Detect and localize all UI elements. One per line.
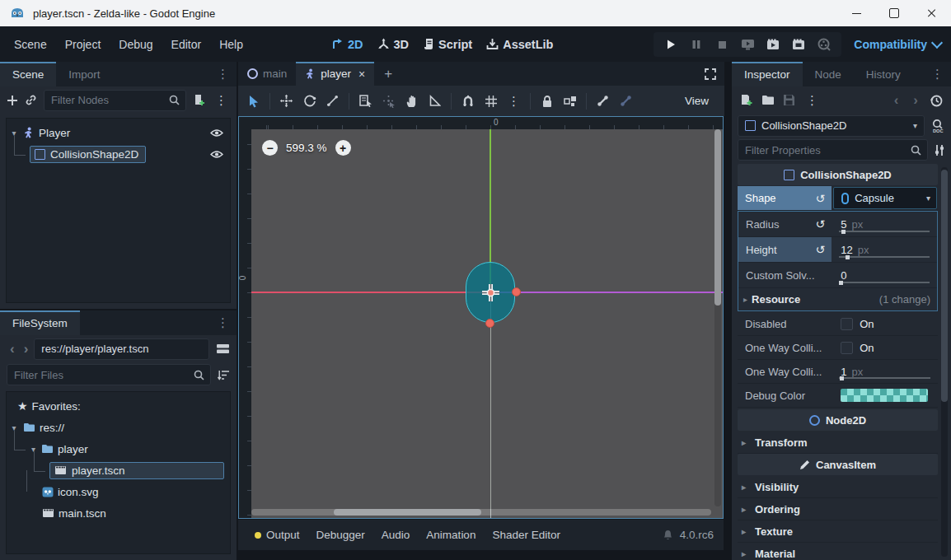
shape-value-dropdown[interactable]: Capsule ▾ — [833, 187, 937, 209]
rotate-tool-button[interactable] — [298, 91, 321, 112]
new-resource-button[interactable] — [740, 94, 753, 106]
move-tool-button[interactable] — [275, 91, 297, 112]
inspector-scrollbar[interactable] — [941, 167, 948, 557]
play-button[interactable] — [663, 37, 678, 52]
zoom-out-button[interactable]: − — [262, 140, 278, 156]
selected-file-box[interactable]: player.tscn — [49, 462, 224, 479]
horizontal-scrollbar[interactable] — [251, 509, 711, 516]
panel-shader-editor[interactable]: Shader Editor — [484, 529, 569, 541]
skeleton-options-menu[interactable] — [615, 91, 637, 112]
fs-row-main-tscn[interactable]: main.tscn — [9, 502, 227, 524]
group-texture[interactable]: ▸ Texture — [738, 520, 938, 543]
one-way-margin-field[interactable]: 1px — [832, 360, 938, 383]
list-select-button[interactable] — [354, 91, 377, 112]
property-tools-icon[interactable] — [934, 144, 945, 156]
property-debug-color[interactable]: Debug Color — [738, 384, 938, 408]
open-docs-button[interactable]: DOC — [930, 119, 945, 133]
stop-button[interactable] — [714, 37, 729, 52]
property-one-way-collision[interactable]: One Way Colli... On — [738, 336, 938, 360]
scene-tab-main[interactable]: main — [238, 62, 296, 86]
property-shape[interactable]: Shape↺ Capsule ▾ — [738, 186, 938, 211]
tab-script[interactable]: Script — [419, 35, 476, 54]
pivot-tool-button[interactable] — [377, 91, 400, 112]
sort-files-icon[interactable] — [218, 370, 230, 380]
filter-nodes-search[interactable] — [44, 90, 186, 111]
pause-button[interactable] — [689, 37, 704, 52]
dock-menu-icon[interactable]: ⋮ — [924, 62, 951, 86]
property-disabled[interactable]: Disabled On — [738, 312, 938, 336]
horizontal-scrollbar-thumb[interactable] — [334, 509, 481, 516]
ruler-tool-button[interactable] — [424, 91, 446, 112]
slider-grabber[interactable] — [839, 281, 843, 285]
nav-back-icon[interactable]: ‹ — [7, 341, 18, 357]
canvas[interactable]: − 599.3 % + — [251, 129, 723, 518]
load-resource-button[interactable] — [761, 95, 775, 105]
history-forward-icon[interactable]: › — [910, 92, 921, 109]
group-transform[interactable]: ▸ Transform — [738, 432, 938, 454]
slider-track[interactable] — [839, 256, 930, 258]
menu-help[interactable]: Help — [210, 34, 252, 55]
slider-track[interactable] — [839, 231, 930, 232]
fs-row-favorites[interactable]: ★ Favorites: — [9, 395, 227, 417]
property-height[interactable]: Height↺ 12px — [738, 237, 937, 263]
fs-row-player-tscn[interactable]: player.tscn — [9, 460, 227, 481]
play-remote-button[interactable] — [740, 37, 755, 52]
tab-import[interactable]: Import — [56, 62, 112, 86]
history-list-icon[interactable] — [930, 94, 943, 107]
save-resource-button[interactable] — [783, 94, 795, 106]
slider-track[interactable] — [839, 377, 930, 379]
debug-color-swatch[interactable] — [841, 389, 928, 402]
revert-icon[interactable]: ↺ — [816, 243, 832, 256]
custom-solver-field[interactable]: 0 — [832, 263, 937, 287]
revert-icon[interactable]: ↺ — [816, 217, 832, 231]
group-visibility[interactable]: ▸ Visibility — [738, 476, 938, 498]
2d-viewport[interactable]: 0 0 − 599.3 % + — [238, 116, 724, 519]
filter-files-search[interactable] — [7, 364, 211, 385]
movie-mode-button[interactable] — [817, 37, 832, 52]
renderer-selector[interactable]: Compatibility — [854, 26, 941, 62]
group-node-button[interactable] — [559, 91, 581, 112]
height-handle[interactable] — [485, 319, 494, 328]
menu-debug[interactable]: Debug — [110, 34, 162, 55]
disabled-checkbox[interactable] — [841, 318, 853, 330]
fs-row-res[interactable]: ▾ res:// — [9, 417, 227, 438]
visibility-eye-icon[interactable] — [210, 128, 223, 138]
add-node-button[interactable] — [7, 95, 18, 106]
maximize-button[interactable] — [875, 0, 913, 26]
height-field[interactable]: 12px — [832, 237, 937, 262]
tree-row-collisionshape2d[interactable]: CollisionShape2D — [9, 143, 227, 165]
panel-output[interactable]: Output — [246, 529, 308, 541]
resource-group-row[interactable]: ▸ Resource (1 change) — [738, 288, 937, 310]
panel-debugger[interactable]: Debugger — [308, 529, 373, 541]
vertical-scrollbar[interactable] — [714, 129, 721, 506]
vertical-scrollbar-thumb[interactable] — [714, 129, 721, 306]
revert-icon[interactable]: ↺ — [815, 192, 832, 205]
slider-grabber[interactable] — [841, 230, 846, 234]
move-gizmo-icon[interactable] — [480, 282, 502, 304]
panel-animation[interactable]: Animation — [418, 529, 484, 541]
view-menu-button[interactable]: View — [673, 91, 720, 110]
grid-snap-button[interactable] — [480, 91, 502, 112]
tab-filesystem[interactable]: FileSystem — [0, 310, 80, 335]
dock-menu-icon[interactable]: ⋮ — [209, 62, 237, 86]
lock-node-button[interactable] — [536, 91, 558, 112]
nav-forward-icon[interactable]: › — [21, 341, 32, 357]
tab-scene[interactable]: Scene — [0, 62, 56, 86]
minimize-button[interactable] — [837, 0, 875, 26]
inspector-scrollbar-thumb[interactable] — [941, 170, 948, 402]
instance-scene-button[interactable] — [25, 94, 37, 106]
filter-properties-search[interactable] — [738, 139, 928, 161]
scene-tab-player[interactable]: player × — [296, 62, 374, 86]
zoom-in-button[interactable]: + — [335, 140, 351, 156]
snap-options-menu[interactable]: ⋮ — [503, 91, 525, 112]
slider-track[interactable] — [839, 282, 930, 283]
history-back-icon[interactable]: ‹ — [891, 92, 902, 109]
scale-tool-button[interactable] — [321, 91, 344, 112]
tab-history[interactable]: History — [854, 62, 913, 86]
visibility-eye-icon[interactable] — [210, 150, 223, 159]
expand-viewport-icon[interactable] — [705, 62, 724, 86]
dock-menu-icon[interactable]: ⋮ — [209, 310, 237, 335]
tab-assetlib[interactable]: AssetLib — [483, 35, 556, 54]
radius-field[interactable]: 5px — [832, 212, 937, 236]
radius-handle[interactable] — [512, 287, 521, 296]
